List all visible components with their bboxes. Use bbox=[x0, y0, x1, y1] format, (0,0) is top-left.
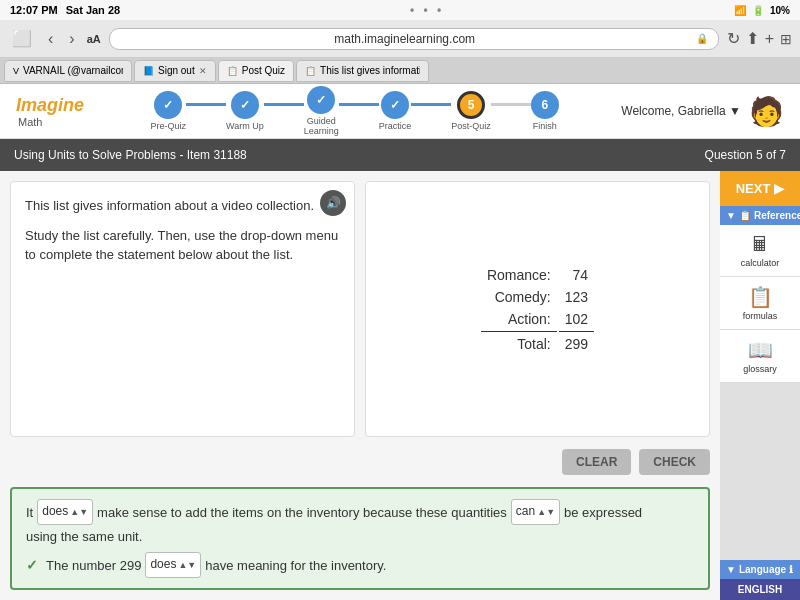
progress-steps: ✓ Pre-Quiz ✓ Warm Up ✓ GuidedLearning ✓ … bbox=[104, 86, 605, 136]
step-post-quiz[interactable]: 5 Post-Quiz bbox=[451, 91, 491, 131]
next-label: NEXT bbox=[736, 181, 771, 196]
table-row-total: Total: 299 bbox=[481, 331, 594, 354]
step-circle-pre-quiz: ✓ bbox=[154, 91, 182, 119]
tab-favicon-4: 📋 bbox=[305, 66, 316, 76]
step-warm-up[interactable]: ✓ Warm Up bbox=[226, 91, 264, 131]
tab-signout[interactable]: 📘 Sign out ✕ bbox=[134, 60, 216, 82]
back-button[interactable]: ‹ bbox=[44, 28, 57, 50]
ans-cont: using the same unit. bbox=[26, 525, 142, 548]
cell-comedy-label: Comedy: bbox=[481, 287, 557, 307]
browser-actions: ↻ ⬆ + ⊞ bbox=[727, 29, 792, 48]
sidebar: NEXT ▶ ▼ 📋 Reference 🖩 calculator 📋 form… bbox=[720, 171, 800, 600]
step-pre-quiz[interactable]: ✓ Pre-Quiz bbox=[151, 91, 187, 131]
dropdown-does-2-value: does bbox=[150, 554, 176, 576]
date: Sat Jan 28 bbox=[66, 4, 120, 16]
formulas-icon: 📋 bbox=[748, 285, 773, 309]
step-circle-finish: 6 bbox=[531, 91, 559, 119]
data-table: Romance: 74 Comedy: 123 Action: 102 To bbox=[479, 263, 596, 356]
checkmark-icon: ✓ bbox=[26, 553, 38, 578]
welcome-section: Welcome, Gabriella ▼ 🧑 bbox=[621, 95, 784, 128]
reference-label: Reference bbox=[754, 210, 800, 221]
avatar: 🧑 bbox=[749, 95, 784, 128]
dropdown-can[interactable]: can ▲▼ bbox=[511, 499, 560, 525]
cell-total-value: 299 bbox=[559, 331, 594, 354]
english-button[interactable]: ENGLISH bbox=[720, 579, 800, 600]
welcome-text[interactable]: Welcome, Gabriella ▼ bbox=[621, 104, 741, 118]
language-section[interactable]: ▼ Language ℹ bbox=[720, 560, 800, 579]
add-tab-button[interactable]: + bbox=[765, 30, 774, 48]
language-info-icon: ℹ bbox=[789, 564, 793, 575]
text-line2: Study the list carefully. Then, use the … bbox=[25, 226, 340, 265]
cell-romance-value: 74 bbox=[559, 265, 594, 285]
app-header: Imagine Math ✓ Pre-Quiz ✓ Warm Up ✓ Guid… bbox=[0, 84, 800, 139]
sidebar-toggle-button[interactable]: ⬜ bbox=[8, 27, 36, 50]
dropdown-does-2-arrow: ▲▼ bbox=[178, 557, 196, 573]
answer-row-1: It does ▲▼ make sense to add the items o… bbox=[26, 499, 694, 525]
reference-section[interactable]: ▼ 📋 Reference bbox=[720, 206, 800, 225]
question-title: Using Units to Solve Problems - Item 311… bbox=[14, 148, 247, 162]
battery-level: 10% bbox=[770, 5, 790, 16]
step-circle-guided: ✓ bbox=[307, 86, 335, 114]
ans-suffix-1: be expressed bbox=[564, 501, 642, 524]
table-row-comedy: Comedy: 123 bbox=[481, 287, 594, 307]
forward-button[interactable]: › bbox=[65, 28, 78, 50]
action-buttons: CLEAR CHECK bbox=[10, 445, 710, 479]
formulas-tool[interactable]: 📋 formulas bbox=[720, 277, 800, 330]
step-circle-warm-up: ✓ bbox=[231, 91, 259, 119]
status-bar-left: 12:07 PM Sat Jan 28 bbox=[10, 4, 120, 16]
dropdown-does-2[interactable]: does ▲▼ bbox=[145, 552, 201, 578]
next-button[interactable]: NEXT ▶ bbox=[720, 171, 800, 206]
step-label-pre-quiz: Pre-Quiz bbox=[151, 121, 187, 131]
tab-close-2[interactable]: ✕ bbox=[199, 66, 207, 76]
dropdown-can-value: can bbox=[516, 501, 535, 523]
logo: Imagine Math bbox=[16, 95, 84, 128]
calculator-label: calculator bbox=[741, 258, 780, 268]
battery-icon: 🔋 bbox=[752, 5, 764, 16]
next-arrow-icon: ▶ bbox=[774, 181, 784, 196]
tab-favicon-2: 📘 bbox=[143, 66, 154, 76]
share-button[interactable]: ⬆ bbox=[746, 29, 759, 48]
text-size-control[interactable]: aA bbox=[87, 33, 101, 45]
ans-prefix-2: The number 299 bbox=[46, 554, 141, 577]
dropdown-does-1-arrow: ▲▼ bbox=[70, 504, 88, 520]
logo-imagine: Imagine bbox=[16, 95, 84, 116]
browser-tabs-row: V VARNAIL (@varnailcom) • Inst... 📘 Sign… bbox=[0, 58, 800, 84]
tab-postquiz[interactable]: 📋 Post Quiz bbox=[218, 60, 294, 82]
calculator-tool[interactable]: 🖩 calculator bbox=[720, 225, 800, 277]
step-label-finish: Finish bbox=[533, 121, 557, 131]
step-label-warm-up: Warm Up bbox=[226, 121, 264, 131]
clear-button[interactable]: CLEAR bbox=[562, 449, 631, 475]
tab-grid-button[interactable]: ⊞ bbox=[780, 31, 792, 47]
tab-varnail[interactable]: V VARNAIL (@varnailcom) • Inst... bbox=[4, 60, 132, 82]
cell-action-label: Action: bbox=[481, 309, 557, 329]
tab-favicon-3: 📋 bbox=[227, 66, 238, 76]
ans-suffix-2: have meaning for the inventory. bbox=[205, 554, 386, 577]
tab-thislist[interactable]: 📋 This list gives information abo... bbox=[296, 60, 429, 82]
dots-center: • • • bbox=[410, 3, 444, 17]
glossary-icon: 📖 bbox=[748, 338, 773, 362]
status-bar-right: 📶 🔋 10% bbox=[734, 5, 790, 16]
step-guided-learning[interactable]: ✓ GuidedLearning bbox=[304, 86, 339, 136]
answer-row-2: ✓ The number 299 does ▲▼ have meaning fo… bbox=[26, 552, 694, 578]
step-finish[interactable]: 6 Finish bbox=[531, 91, 559, 131]
question-count: Question 5 of 7 bbox=[705, 148, 786, 162]
cell-comedy-value: 123 bbox=[559, 287, 594, 307]
check-button[interactable]: CHECK bbox=[639, 449, 710, 475]
speaker-button[interactable]: 🔊 bbox=[320, 190, 346, 216]
refresh-button[interactable]: ↻ bbox=[727, 29, 740, 48]
question-area: 🔊 This list gives information about a vi… bbox=[0, 171, 720, 600]
data-panel: Romance: 74 Comedy: 123 Action: 102 To bbox=[365, 181, 710, 437]
connector-1 bbox=[186, 103, 226, 106]
step-practice[interactable]: ✓ Practice bbox=[379, 91, 412, 131]
connector-3 bbox=[339, 103, 379, 106]
dropdown-can-arrow: ▲▼ bbox=[537, 504, 555, 520]
text-line1: This list gives information about a vide… bbox=[25, 196, 340, 216]
question-header: Using Units to Solve Problems - Item 311… bbox=[0, 139, 800, 171]
formulas-label: formulas bbox=[743, 311, 778, 321]
address-bar[interactable]: math.imaginelearning.com 🔒 bbox=[109, 28, 719, 50]
step-circle-post-quiz: 5 bbox=[457, 91, 485, 119]
glossary-tool[interactable]: 📖 glossary bbox=[720, 330, 800, 383]
dropdown-does-1[interactable]: does ▲▼ bbox=[37, 499, 93, 525]
connector-5 bbox=[491, 103, 531, 106]
reference-icon: 📋 bbox=[739, 210, 751, 221]
